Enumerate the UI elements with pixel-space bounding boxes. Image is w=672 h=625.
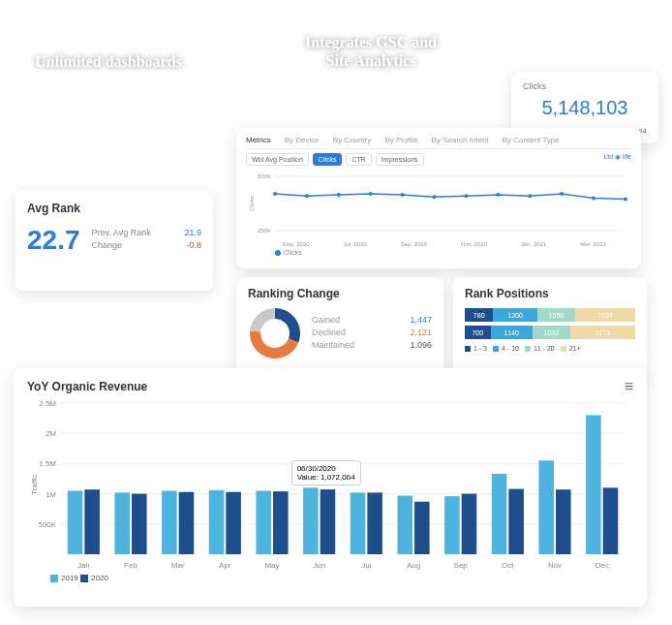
- svg-rect-29: [84, 489, 100, 554]
- rank-positions-bars: 780120010501634700114010321773: [465, 308, 635, 339]
- svg-point-13: [528, 194, 532, 198]
- svg-point-14: [560, 192, 564, 196]
- avg-rank-value: 22.7: [27, 225, 80, 256]
- stacked-seg: 1140: [491, 326, 533, 339]
- stacked-seg: 700: [465, 326, 491, 339]
- svg-rect-50: [414, 502, 430, 554]
- maintained-value: 1,096: [410, 340, 432, 350]
- metrics-card: MetricsBy DeviceBy CountryBy ProfileBy S…: [236, 128, 641, 268]
- avg-rank-card: Avg Rank 22.7 Prev. Avg Rank21.9 Change-…: [15, 190, 213, 291]
- svg-text:500K: 500K: [258, 173, 271, 179]
- svg-text:250K: 250K: [258, 228, 271, 234]
- svg-rect-52: [444, 496, 460, 554]
- stacked-seg: 1773: [570, 326, 635, 339]
- arrow-unlimited: [97, 66, 136, 192]
- yoy-revenue-card: YoY Organic Revenue ≡ 500K1M1.5M2M2.5MTr…: [14, 368, 647, 607]
- yoy-title: YoY Organic Revenue: [27, 380, 633, 393]
- metrics-tab[interactable]: By Content Type: [503, 136, 560, 144]
- prev-rank-label: Prev. Avg Rank: [92, 228, 151, 237]
- metrics-tab[interactable]: By Country: [333, 136, 372, 144]
- ranking-change-card: Ranking Change Gained1,447 Declined2,121…: [236, 277, 443, 380]
- svg-text:Jul: Jul: [361, 561, 371, 570]
- svg-rect-53: [462, 494, 477, 554]
- svg-rect-44: [321, 489, 336, 554]
- stacked-seg: 780: [465, 308, 493, 322]
- svg-text:May: May: [264, 561, 279, 570]
- legend-item: 1 - 3: [465, 345, 487, 352]
- arrow-integrates: [252, 68, 290, 136]
- metrics-xticks: May, 2020Jul, 2020Sep, 2020Nov, 2020Jan,…: [246, 241, 631, 247]
- svg-rect-32: [132, 494, 147, 554]
- legend-item: 4 - 10: [493, 345, 519, 352]
- svg-point-10: [433, 195, 437, 199]
- svg-rect-31: [114, 492, 130, 554]
- rank-positions-legend: 1 - 34 - 1011 - 2021+: [465, 345, 635, 353]
- ranking-change-title: Ranking Change: [248, 287, 432, 300]
- metrics-tabs: MetricsBy DeviceBy CountryBy ProfileBy S…: [246, 136, 631, 149]
- stacked-seg: 1200: [493, 308, 536, 322]
- svg-rect-56: [508, 489, 524, 554]
- svg-point-5: [273, 192, 277, 196]
- svg-text:Oct: Oct: [502, 561, 514, 570]
- gained-label: Gained: [312, 315, 340, 325]
- svg-text:Traffic: Traffic: [30, 474, 39, 495]
- metrics-tab[interactable]: By Profile: [384, 136, 417, 144]
- svg-point-12: [496, 193, 500, 197]
- svg-text:Clicks: Clicks: [249, 196, 255, 211]
- metrics-tab[interactable]: Metrics: [246, 136, 271, 144]
- svg-point-16: [624, 198, 627, 202]
- label-integrates: Integrates GSC andSite Analytics: [279, 33, 463, 70]
- label-unlimited: Unlimited dashboards: [31, 52, 186, 71]
- svg-rect-28: [68, 490, 83, 554]
- stacked-bar-row: 700114010321773: [465, 326, 635, 339]
- yoy-legend: 2019 2020: [27, 574, 633, 582]
- svg-point-11: [464, 194, 468, 198]
- svg-rect-58: [538, 460, 554, 554]
- svg-text:Jan: Jan: [77, 561, 90, 570]
- declined-value: 2,121: [410, 328, 432, 337]
- metrics-pill[interactable]: Wtd Avg Position: [246, 153, 309, 166]
- svg-text:Nov: Nov: [548, 561, 562, 570]
- svg-rect-38: [226, 492, 241, 554]
- metrics-pill[interactable]: CTR: [346, 153, 371, 166]
- maintained-label: Maintained: [312, 340, 354, 350]
- svg-rect-40: [256, 490, 271, 554]
- svg-rect-35: [179, 492, 195, 554]
- stacked-seg: 1032: [533, 326, 570, 339]
- svg-text:1M: 1M: [46, 490, 56, 499]
- svg-text:Aug: Aug: [407, 561, 420, 570]
- change-label: Change: [92, 240, 123, 250]
- rank-positions-title: Rank Positions: [465, 287, 635, 300]
- gained-value: 1,447: [410, 315, 432, 325]
- svg-rect-37: [209, 490, 225, 554]
- svg-text:1.5M: 1.5M: [39, 459, 56, 468]
- metrics-pill[interactable]: Clicks: [313, 153, 343, 166]
- svg-text:Dec: Dec: [596, 561, 609, 570]
- svg-point-7: [337, 193, 341, 197]
- legend-item: 11 - 20: [525, 345, 555, 352]
- chart-menu-icon[interactable]: ≡: [625, 378, 633, 395]
- declined-label: Declined: [312, 328, 346, 337]
- avg-rank-title: Avg Rank: [27, 202, 201, 215]
- svg-point-8: [369, 192, 373, 196]
- metrics-legend: Clicks: [246, 249, 631, 256]
- yoy-barchart: 500K1M1.5M2M2.5MTrafficJanFebMarAprMayJu…: [27, 397, 633, 572]
- metrics-tab[interactable]: By Device: [285, 136, 320, 144]
- svg-rect-41: [273, 491, 289, 554]
- rank-positions-card: Rank Positions 7801200105016347001140103…: [453, 277, 647, 380]
- metrics-pills: Wtd Avg PositionClicksCTRImpressionsLtd …: [246, 153, 631, 166]
- svg-text:500K: 500K: [38, 520, 56, 529]
- ranking-donut: [248, 306, 302, 360]
- svg-text:Sep: Sep: [454, 561, 469, 570]
- svg-rect-55: [492, 474, 507, 554]
- svg-rect-34: [162, 490, 177, 554]
- svg-text:Mar: Mar: [171, 561, 185, 570]
- metrics-pill[interactable]: Impressions: [376, 153, 424, 166]
- metrics-toggle[interactable]: Ltd ◉ life: [603, 153, 631, 166]
- svg-text:2.5M: 2.5M: [39, 399, 56, 408]
- svg-rect-61: [586, 415, 601, 554]
- metrics-tab[interactable]: By Search Intent: [432, 136, 489, 144]
- legend-item: 21+: [561, 345, 581, 352]
- svg-rect-46: [351, 492, 366, 554]
- change-value: -0.8: [186, 240, 201, 250]
